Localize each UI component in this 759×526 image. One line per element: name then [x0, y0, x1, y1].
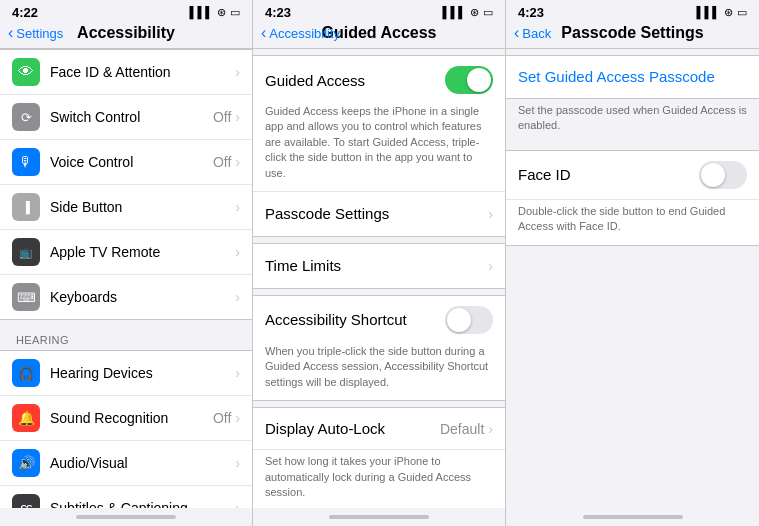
face-id-toggle[interactable] [699, 161, 747, 189]
guided-access-toggle-row[interactable]: Guided Access [253, 56, 505, 104]
switch-control-value: Off [213, 109, 231, 125]
guided-access-main-label: Guided Access [265, 72, 365, 89]
sound-recognition-icon: 🔔 [12, 404, 40, 432]
screen-content-3: Set Guided Access Passcode Set the passc… [506, 49, 759, 508]
item-hearing-devices[interactable]: 🎧 Hearing Devices › [0, 351, 252, 396]
back-arrow-icon-1: ‹ [8, 24, 13, 42]
back-label-2: Accessibility [269, 26, 340, 41]
voice-control-icon: 🎙 [12, 148, 40, 176]
interaction-list: 👁 Face ID & Attention › ⟳ Switch Control… [0, 49, 252, 320]
chevron-icon: › [235, 154, 240, 170]
chevron-icon: › [235, 289, 240, 305]
switch-control-icon: ⟳ [12, 103, 40, 131]
keyboards-icon: ⌨ [12, 283, 40, 311]
back-arrow-icon-2: ‹ [261, 24, 266, 42]
hearing-list: 🎧 Hearing Devices › 🔔 Sound Recognition … [0, 350, 252, 508]
status-bar-3: 4:23 ▌▌▌ ⊛ ▭ [506, 0, 759, 22]
face-id-row[interactable]: Face ID [506, 151, 759, 200]
face-id-desc: Double-click the side button to end Guid… [506, 200, 759, 245]
audio-visual-label: Audio/Visual [50, 455, 235, 471]
chevron-passcode: › [488, 206, 493, 222]
battery-icon-2: ▭ [483, 6, 493, 19]
time-limits-item[interactable]: Time Limits › [253, 244, 505, 288]
status-icons-2: ▌▌▌ ⊛ ▭ [443, 6, 493, 19]
set-passcode-button[interactable]: Set Guided Access Passcode [506, 56, 759, 98]
switch-control-label: Switch Control [50, 109, 213, 125]
battery-icon-3: ▭ [737, 6, 747, 19]
subtitles-captioning-label: Subtitles & Captioning [50, 500, 235, 508]
nav-title-3: Passcode Settings [561, 24, 703, 42]
display-auto-lock-value: Default [440, 421, 484, 437]
toggle-knob-faceid [701, 163, 725, 187]
item-keyboards[interactable]: ⌨ Keyboards › [0, 275, 252, 319]
set-passcode-section: Set Guided Access Passcode [506, 55, 759, 99]
nav-back-accessibility[interactable]: ‹ Accessibility [261, 24, 340, 42]
sound-recognition-label: Sound Recognition [50, 410, 213, 426]
item-subtitles-captioning[interactable]: CC Subtitles & Captioning › [0, 486, 252, 508]
set-passcode-label: Set Guided Access Passcode [518, 68, 715, 85]
nav-title-1: Accessibility [77, 24, 175, 42]
hearing-devices-label: Hearing Devices [50, 365, 235, 381]
wifi-icon-2: ⊛ [470, 6, 479, 19]
nav-back-settings[interactable]: ‹ Settings [8, 24, 63, 42]
audio-visual-icon: 🔊 [12, 449, 40, 477]
chevron-icon: › [235, 410, 240, 426]
wifi-icon-3: ⊛ [724, 6, 733, 19]
toggle-knob [467, 68, 491, 92]
side-button-label: Side Button [50, 199, 235, 215]
display-auto-lock-row[interactable]: Display Auto-Lock Default › [253, 408, 505, 450]
display-auto-lock-label: Display Auto-Lock [265, 420, 385, 437]
home-bar-2 [329, 515, 429, 519]
accessibility-shortcut-row[interactable]: Accessibility Shortcut [253, 296, 505, 344]
guided-access-toggle[interactable] [445, 66, 493, 94]
accessibility-shortcut-desc: When you triple-click the side button du… [253, 344, 505, 400]
item-face-id[interactable]: 👁 Face ID & Attention › [0, 50, 252, 95]
item-switch-control[interactable]: ⟳ Switch Control Off › [0, 95, 252, 140]
toggle-knob-shortcut [447, 308, 471, 332]
status-time-1: 4:22 [12, 5, 38, 20]
face-id-section: Face ID Double-click the side button to … [506, 150, 759, 246]
face-id-label: Face ID [518, 166, 571, 183]
sound-recognition-value: Off [213, 410, 231, 426]
apple-tv-remote-label: Apple TV Remote [50, 244, 235, 260]
accessibility-shortcut-main-label: Accessibility Shortcut [265, 311, 407, 328]
nav-back-guided-access[interactable]: ‹ Back [514, 24, 551, 42]
subtitles-captioning-icon: CC [12, 494, 40, 508]
chevron-icon: › [235, 500, 240, 508]
status-time-2: 4:23 [265, 5, 291, 20]
time-limits-label: Time Limits [265, 257, 341, 274]
battery-icon-1: ▭ [230, 6, 240, 19]
screen-content-1: 👁 Face ID & Attention › ⟳ Switch Control… [0, 49, 252, 508]
accessibility-shortcut-toggle[interactable] [445, 306, 493, 334]
item-apple-tv-remote[interactable]: 📺 Apple TV Remote › [0, 230, 252, 275]
chevron-display-lock: › [488, 421, 493, 437]
signal-icon-1: ▌▌▌ [190, 6, 213, 18]
back-arrow-icon-3: ‹ [514, 24, 519, 42]
status-icons-1: ▌▌▌ ⊛ ▭ [190, 6, 240, 19]
time-limits-section: Time Limits › [253, 243, 505, 289]
item-voice-control[interactable]: 🎙 Voice Control Off › [0, 140, 252, 185]
guided-access-main-section: Guided Access Guided Access keeps the iP… [253, 55, 505, 237]
home-bar-1 [76, 515, 176, 519]
keyboards-label: Keyboards [50, 289, 235, 305]
status-bar-2: 4:23 ▌▌▌ ⊛ ▭ [253, 0, 505, 22]
item-audio-visual[interactable]: 🔊 Audio/Visual › [0, 441, 252, 486]
item-side-button[interactable]: ▐ Side Button › [0, 185, 252, 230]
status-icons-3: ▌▌▌ ⊛ ▭ [697, 6, 747, 19]
chevron-icon: › [235, 109, 240, 125]
item-sound-recognition[interactable]: 🔔 Sound Recognition Off › [0, 396, 252, 441]
back-label-1: Settings [16, 26, 63, 41]
nav-bar-3: ‹ Back Passcode Settings [506, 22, 759, 49]
voice-control-label: Voice Control [50, 154, 213, 170]
screen-content-2: Guided Access Guided Access keeps the iP… [253, 49, 505, 508]
panel-passcode-settings: 4:23 ▌▌▌ ⊛ ▭ ‹ Back Passcode Settings Se… [506, 0, 759, 526]
chevron-icon: › [235, 64, 240, 80]
passcode-settings-item[interactable]: Passcode Settings › [253, 192, 505, 236]
wifi-icon-1: ⊛ [217, 6, 226, 19]
accessibility-shortcut-section: Accessibility Shortcut When you triple-c… [253, 295, 505, 401]
status-time-3: 4:23 [518, 5, 544, 20]
face-id-icon: 👁 [12, 58, 40, 86]
nav-bar-2: ‹ Accessibility Guided Access [253, 22, 505, 49]
chevron-icon: › [235, 199, 240, 215]
set-passcode-desc: Set the passcode used when Guided Access… [506, 99, 759, 144]
